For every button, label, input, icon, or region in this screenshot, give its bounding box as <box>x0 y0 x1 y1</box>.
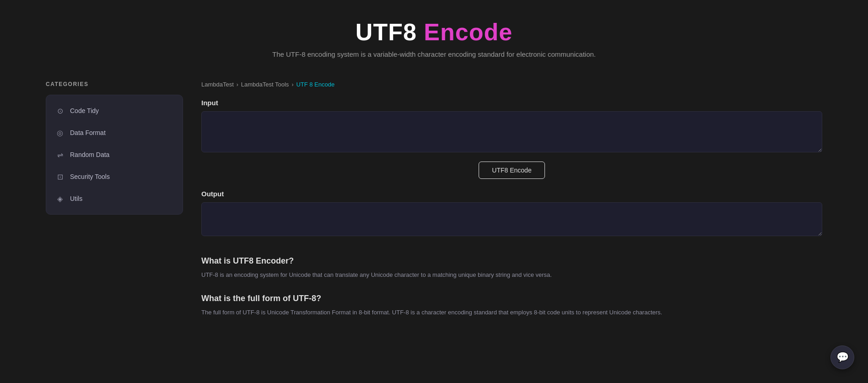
categories-heading: CATEGORIES <box>46 81 183 87</box>
utils-icon: ◈ <box>55 194 65 203</box>
chat-icon: 💬 <box>836 351 849 363</box>
info-section-2: What is the full form of UTF-8? The full… <box>201 294 822 318</box>
sidebar: CATEGORIES ⊙ Code Tidy ◎ Data Format ⇌ R… <box>46 81 183 331</box>
code-tidy-icon: ⊙ <box>55 106 65 115</box>
breadcrumb-separator-2: › <box>291 81 293 88</box>
security-tools-icon: ⊡ <box>55 172 65 181</box>
sidebar-item-data-format[interactable]: ◎ Data Format <box>46 122 183 144</box>
main-content: CATEGORIES ⊙ Code Tidy ◎ Data Format ⇌ R… <box>0 72 868 340</box>
info-title-2: What is the full form of UTF-8? <box>201 294 822 303</box>
page-header: UTF8 Encode The UTF-8 encoding system is… <box>0 0 868 67</box>
breadcrumb-lambdatest-tools[interactable]: LambdaTest Tools <box>241 81 289 88</box>
sidebar-item-random-data[interactable]: ⇌ Random Data <box>46 144 183 166</box>
content-area: LambdaTest › LambdaTest Tools › UTF 8 En… <box>201 81 822 331</box>
sidebar-item-security-tools[interactable]: ⊡ Security Tools <box>46 166 183 188</box>
info-text-1: UTF-8 is an encoding system for Unicode … <box>201 270 822 280</box>
sidebar-item-label-code-tidy: Code Tidy <box>70 107 99 114</box>
title-utf8: UTF8 <box>356 19 417 45</box>
data-format-icon: ◎ <box>55 128 65 137</box>
sidebar-item-label-random-data: Random Data <box>70 151 109 158</box>
input-textarea[interactable] <box>201 111 822 152</box>
breadcrumb-lambdatest[interactable]: LambdaTest <box>201 81 234 88</box>
input-label: Input <box>201 99 822 107</box>
sidebar-item-label-utils: Utils <box>70 195 82 202</box>
category-list: ⊙ Code Tidy ◎ Data Format ⇌ Random Data … <box>46 95 183 215</box>
info-section-1: What is UTF8 Encoder? UTF-8 is an encodi… <box>201 256 822 280</box>
encode-button-row: UTF8 Encode <box>201 162 822 179</box>
page-subtitle: The UTF-8 encoding system is a variable-… <box>9 50 859 58</box>
breadcrumb-separator-1: › <box>237 81 238 88</box>
breadcrumb: LambdaTest › LambdaTest Tools › UTF 8 En… <box>201 81 822 88</box>
output-textarea[interactable] <box>201 202 822 236</box>
info-title-1: What is UTF8 Encoder? <box>201 256 822 266</box>
sidebar-item-code-tidy[interactable]: ⊙ Code Tidy <box>46 100 183 122</box>
breadcrumb-current: UTF 8 Encode <box>296 81 334 88</box>
title-encode: Encode <box>424 19 512 45</box>
chat-button[interactable]: 💬 <box>830 345 854 369</box>
page-title: UTF8 Encode <box>9 18 859 46</box>
random-data-icon: ⇌ <box>55 150 65 159</box>
output-label: Output <box>201 190 822 198</box>
sidebar-item-label-data-format: Data Format <box>70 129 106 136</box>
utf8-encode-button[interactable]: UTF8 Encode <box>479 162 545 179</box>
info-text-2: The full form of UTF-8 is Unicode Transf… <box>201 308 822 318</box>
sidebar-item-utils[interactable]: ◈ Utils <box>46 188 183 210</box>
sidebar-item-label-security-tools: Security Tools <box>70 173 110 180</box>
